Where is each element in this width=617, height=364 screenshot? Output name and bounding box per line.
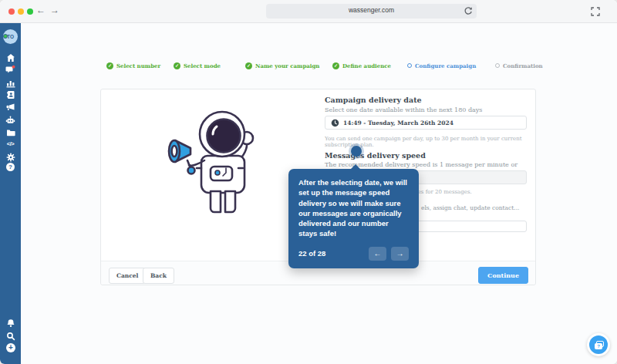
step-name-campaign[interactable]: ✓ Name your campaign <box>245 61 319 70</box>
sidebar-item-analytics[interactable] <box>0 77 21 87</box>
tour-next-button[interactable]: → <box>391 247 409 261</box>
sidebar-item-files[interactable] <box>0 126 21 136</box>
check-icon: ✓ <box>106 62 113 69</box>
actions-subtitle-fragment: els, assign chat, update contact... <box>421 204 527 211</box>
address-bar-url[interactable]: wassenger.com <box>266 6 477 14</box>
sidebar-item-settings[interactable] <box>0 151 21 161</box>
fullscreen-icon[interactable] <box>591 7 600 16</box>
step-circle-icon <box>407 63 412 68</box>
home-icon <box>6 53 15 62</box>
browser-toolbar: ← → wassenger.com <box>0 0 617 23</box>
delivery-date-title: Campaign delivery date <box>325 96 527 104</box>
check-icon: ✓ <box>332 62 339 69</box>
browser-forward-button[interactable]: → <box>50 5 59 15</box>
sidebar-item-developer[interactable]: </> <box>0 140 21 150</box>
step-select-mode[interactable]: ✓ Select mode <box>174 61 221 70</box>
step-label: Confirmation <box>503 62 543 69</box>
clock-icon <box>331 119 339 127</box>
robot-icon <box>5 116 15 125</box>
code-icon: </> <box>7 140 14 147</box>
check-icon: ✓ <box>245 62 252 69</box>
sidebar-item-create[interactable]: + <box>6 343 15 352</box>
step-confirmation[interactable]: Confirmation <box>495 61 543 70</box>
chat-widget-icon: ? <box>589 335 608 354</box>
app-sidebar: TO <box>0 23 21 364</box>
sidebar-item-chats[interactable] <box>0 64 21 74</box>
astronaut-illustration <box>157 102 284 219</box>
chat-icon <box>5 65 15 75</box>
back-button[interactable]: Back <box>143 268 174 284</box>
support-chat-widget[interactable]: ? <box>587 333 610 356</box>
step-label: Configure campaign <box>415 62 476 69</box>
sidebar-item-home[interactable] <box>0 52 21 62</box>
tour-text: After the selecting date, we will set up… <box>298 177 409 239</box>
address-book-icon <box>6 90 15 99</box>
step-select-number[interactable]: ✓ Select number <box>106 61 160 70</box>
bar-chart-icon <box>6 79 15 88</box>
tour-beacon[interactable] <box>351 146 362 157</box>
continue-button[interactable]: Continue <box>478 267 528 284</box>
bell-icon <box>6 318 15 328</box>
sidebar-item-bot[interactable] <box>0 114 21 124</box>
tour-tooltip: After the selecting date, we will set up… <box>288 169 419 268</box>
sidebar-item-campaigns[interactable] <box>0 101 21 111</box>
zoom-window-button[interactable] <box>27 8 33 15</box>
tour-progress: 22 of 28 <box>298 249 325 258</box>
step-label: Name your campaign <box>255 62 319 69</box>
step-label: Select number <box>116 62 160 69</box>
sidebar-item-contacts[interactable] <box>0 89 21 99</box>
gear-icon <box>6 153 15 162</box>
minimize-window-button[interactable] <box>18 8 24 15</box>
sidebar-item-notifications[interactable] <box>0 317 21 327</box>
step-define-audience[interactable]: ✓ Define audience <box>332 61 391 70</box>
plus-icon: + <box>8 343 13 352</box>
refresh-icon[interactable] <box>464 6 473 15</box>
online-status-dot <box>3 34 8 39</box>
step-circle-icon <box>495 63 500 68</box>
step-label: Define audience <box>342 62 391 69</box>
delivery-date-subtitle: Select one date available within the nex… <box>325 106 527 113</box>
tour-prev-button[interactable]: ← <box>369 247 386 261</box>
avatar[interactable]: TO <box>3 29 18 44</box>
search-icon <box>6 332 15 341</box>
cancel-button[interactable]: Cancel <box>109 268 146 284</box>
sidebar-item-search[interactable] <box>0 330 21 340</box>
delivery-date-value: 14:49 - Tuesday, March 26th 2024 <box>343 120 453 126</box>
folder-icon <box>6 128 15 137</box>
megaphone-icon <box>5 103 15 112</box>
step-configure-campaign[interactable]: Configure campaign <box>407 61 476 70</box>
step-label: Select mode <box>184 62 221 69</box>
browser-window: ← → wassenger.com TO <box>0 0 617 364</box>
question-icon: ? <box>8 163 12 170</box>
address-bar[interactable]: wassenger.com <box>266 4 477 19</box>
browser-back-button[interactable]: ← <box>36 5 46 15</box>
check-icon: ✓ <box>174 62 180 69</box>
sidebar-item-help[interactable]: ? <box>6 163 15 171</box>
delivery-date-input[interactable]: 14:49 - Tuesday, March 26th 2024 <box>325 116 527 130</box>
close-window-button[interactable] <box>8 8 15 15</box>
